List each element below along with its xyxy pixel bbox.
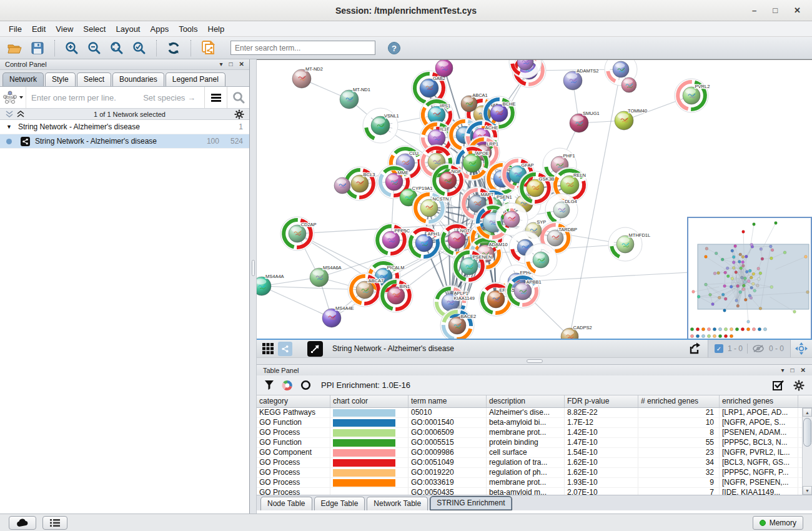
network-edge-count: 524 xyxy=(230,137,243,146)
table-cell: membrane prot... xyxy=(487,478,565,487)
control-panel-collapse-icon[interactable]: ▾ xyxy=(220,61,223,67)
menu-help[interactable]: Help xyxy=(203,23,230,35)
gear-icon[interactable] xyxy=(793,380,805,391)
scroll-down-button[interactable]: ▼ xyxy=(803,486,812,495)
network-row-selected[interactable]: String Network - Alzheimer's disease 100… xyxy=(0,134,249,149)
zoom-selected-button[interactable] xyxy=(129,39,149,57)
pie-chart-icon[interactable] xyxy=(282,380,293,391)
scrollbar-thumb[interactable] xyxy=(803,418,811,447)
string-database-selector[interactable]: STRING xyxy=(0,87,26,108)
column-header-description[interactable]: description xyxy=(487,395,565,407)
maximize-button[interactable]: □ xyxy=(773,6,778,15)
task-list-button[interactable] xyxy=(42,516,67,530)
horizontal-splitter[interactable] xyxy=(257,357,812,365)
detach-view-button[interactable] xyxy=(307,341,323,357)
vertical-scrollbar[interactable]: ▲ ▼ xyxy=(802,408,812,495)
expand-all-icon[interactable] xyxy=(16,111,25,118)
string-term-input[interactable]: Enter one term per line. Set species → xyxy=(26,93,204,102)
arrow-up-right-icon xyxy=(310,344,320,354)
clipboard-network-icon xyxy=(201,40,215,56)
tab-network[interactable]: Network xyxy=(2,72,44,86)
menu-select[interactable]: Select xyxy=(78,23,111,35)
menu-edit[interactable]: Edit xyxy=(27,23,51,35)
column-header-chart-color[interactable]: chart color xyxy=(330,395,408,407)
column-header-category[interactable]: category xyxy=(257,395,330,407)
menu-file[interactable]: File xyxy=(4,23,27,35)
table-panel-float-icon[interactable]: □ xyxy=(791,367,795,374)
table-cell: 9 xyxy=(638,478,720,487)
minimize-button[interactable]: – xyxy=(752,6,756,15)
table-row[interactable]: GO ProcessGO:0019220regulation of ph...1… xyxy=(257,468,812,478)
gear-icon[interactable] xyxy=(234,109,244,119)
filter-funnel-icon[interactable] xyxy=(264,380,274,390)
scroll-up-button[interactable]: ▲ xyxy=(803,408,812,417)
tab-string-enrichment[interactable]: STRING Enrichment xyxy=(430,496,512,510)
menu-tools[interactable]: Tools xyxy=(174,23,202,35)
chart-color-swatch xyxy=(333,419,395,427)
table-row[interactable]: GO ProcessGO:0033619membrane prot...1.93… xyxy=(257,478,812,488)
ring-icon[interactable] xyxy=(300,380,311,390)
tab-network-table[interactable]: Network Table xyxy=(367,497,428,510)
table-row[interactable]: GO ProcessGO:0050435beta-amyloid m...2.0… xyxy=(257,488,812,495)
tab-style[interactable]: Style xyxy=(45,72,76,86)
network-collection-row[interactable]: ▼ String Network - Alzheimer's disease 1 xyxy=(0,120,249,134)
select-all-checkbox-icon[interactable] xyxy=(773,380,785,391)
table-row[interactable]: GO ProcessGO:0051049regulation of tra...… xyxy=(257,458,812,468)
control-panel-float-icon[interactable]: □ xyxy=(229,61,233,67)
svg-text:MS4A4E: MS4A4E xyxy=(335,305,354,311)
column-header-FDR-p-value[interactable]: FDR p-value xyxy=(565,395,638,407)
export-network-button[interactable] xyxy=(685,342,704,356)
table-row[interactable]: GO FunctionGO:0005515protein binding1.47… xyxy=(257,438,812,448)
control-panel: Control Panel ▾ □ ✕ NetworkStyleSelectBo… xyxy=(0,59,250,514)
table-row[interactable]: KEGG Pathways05010Alzheimer's dise...8.8… xyxy=(257,408,812,418)
grid-view-button[interactable] xyxy=(260,342,275,356)
menu-apps[interactable]: Apps xyxy=(146,23,174,35)
search-input[interactable] xyxy=(230,41,375,55)
control-panel-tabs: NetworkStyleSelectBoundariesLegend Panel xyxy=(0,70,249,87)
menu-view[interactable]: View xyxy=(51,23,78,35)
tab-node-table[interactable]: Node Table xyxy=(260,497,312,510)
column-header-term-name[interactable]: term name xyxy=(408,395,487,407)
collapse-all-icon[interactable] xyxy=(5,111,14,118)
splitter-grip[interactable] xyxy=(527,359,543,363)
table-row[interactable]: GO ProcessGO:0006509membrane prot...1.42… xyxy=(257,428,812,438)
memory-button[interactable]: Memory xyxy=(753,516,803,530)
splitter-grip[interactable] xyxy=(252,260,255,276)
table-row[interactable]: GO ComponentGO:0009986cell surface1.54E-… xyxy=(257,448,812,458)
zoom-out-button[interactable] xyxy=(84,39,104,57)
string-view-button[interactable] xyxy=(278,342,292,356)
tree-expander-icon[interactable]: ▼ xyxy=(6,124,12,130)
table-panel-close-icon[interactable]: ✕ xyxy=(801,367,806,374)
vertical-splitter[interactable] xyxy=(250,59,257,514)
help-button[interactable]: ? xyxy=(384,39,404,57)
table-panel-collapse-icon[interactable]: ▾ xyxy=(781,367,785,374)
column-header--enriched-genes[interactable]: # enriched genes xyxy=(638,395,720,407)
tab-select[interactable]: Select xyxy=(77,72,111,86)
network-canvas[interactable]: MT-ND2 MT-ND1 VSNL1 GAB2 IRS1 CHAT ABCA1… xyxy=(257,59,812,339)
toolbar-separator xyxy=(156,40,157,56)
tab-boundaries[interactable]: Boundaries xyxy=(112,72,164,86)
refresh-button[interactable] xyxy=(164,39,184,57)
string-options-button[interactable] xyxy=(204,87,227,108)
close-button[interactable]: ✕ xyxy=(794,6,801,15)
column-header-enriched-genes[interactable]: enriched genes xyxy=(720,395,798,407)
string-search-button[interactable] xyxy=(227,87,249,108)
tab-edge-table[interactable]: Edge Table xyxy=(314,497,365,510)
svg-text:TOMM40: TOMM40 xyxy=(628,108,647,114)
tab-legend-panel[interactable]: Legend Panel xyxy=(166,72,225,86)
save-session-button[interactable] xyxy=(27,39,47,57)
zoom-fit-button[interactable] xyxy=(107,39,127,57)
svg-text:ADAMTS2: ADAMTS2 xyxy=(577,68,598,74)
birds-eye-view[interactable] xyxy=(687,217,812,339)
control-panel-close-icon[interactable]: ✕ xyxy=(239,61,244,67)
table-row[interactable]: GO FunctionGO:0001540beta-amyloid bi...1… xyxy=(257,418,812,428)
pan-compass-icon[interactable] xyxy=(795,342,808,355)
table-cell xyxy=(330,408,408,417)
network-from-clipboard-button[interactable] xyxy=(198,39,218,57)
open-file-button[interactable] xyxy=(5,39,25,57)
menu-layout[interactable]: Layout xyxy=(111,23,145,35)
zoom-in-button[interactable] xyxy=(62,39,82,57)
cloud-button[interactable] xyxy=(9,516,36,530)
table-cell: GO Process xyxy=(257,468,330,477)
selected-checkbox-icon[interactable]: ✓ xyxy=(715,344,723,353)
